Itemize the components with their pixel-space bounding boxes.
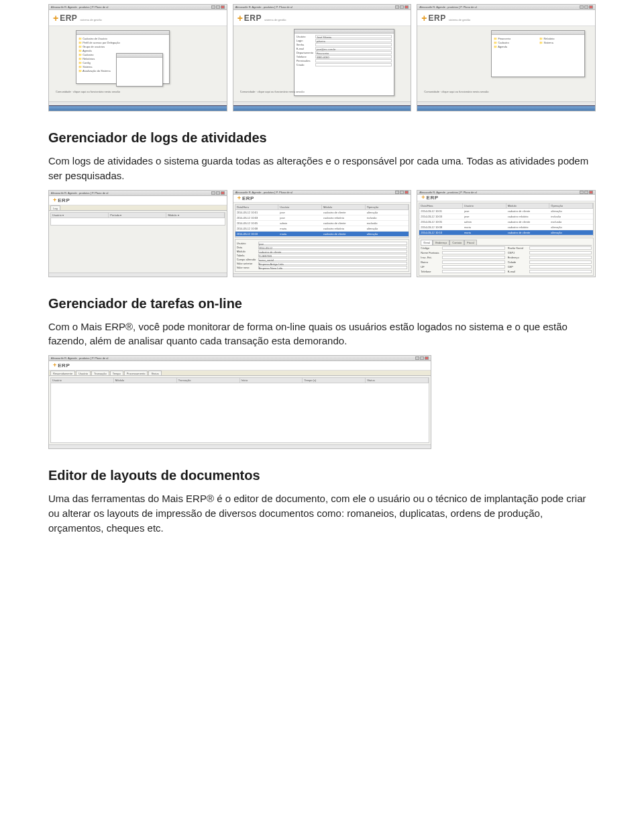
table-row[interactable]: 2014-03-12 10:08mariacadastro relatórioa… [419,225,593,230]
tab[interactable]: Resumidamente [50,371,75,375]
table-row[interactable]: 2014-03-12 10:05admincadastro de cliente… [235,221,409,226]
form-input[interactable] [529,270,592,273]
maximize-button[interactable] [400,5,404,9]
form-input[interactable]: jsilveira [315,39,392,42]
col-header[interactable]: Operação [366,205,409,209]
tab[interactable]: Fiscal [464,240,476,245]
form-input[interactable] [442,265,504,269]
close-button[interactable] [221,5,225,9]
form-input[interactable] [442,260,504,264]
logo-plus-icon: + [53,197,56,203]
close-button[interactable] [221,191,225,195]
filter-cell[interactable]: Usuário ▾ [51,213,109,217]
form-input[interactable]: jose@ex.com.br [315,47,392,50]
log-detail-panel: Usuáriojose Data2014-03-12 Módulocadastr… [235,239,410,272]
log-table: Data/Hora Usuário Módulo Operação 2014-0… [419,203,594,236]
maximize-button[interactable] [216,191,220,195]
close-button[interactable] [405,191,409,194]
col-header[interactable]: Transação [177,378,240,383]
table-row[interactable]: 2014-03-12 10:03josecadastro relatórioin… [419,214,593,220]
col-header[interactable]: Módulo [114,378,177,383]
form-label: Data [237,246,257,249]
window-buttons [211,5,225,9]
form-input[interactable]: 3300-6060 [315,55,392,58]
col-header[interactable]: Operação [549,203,593,208]
form-label: Cidade [508,260,528,264]
form-input[interactable] [529,256,592,259]
table-row-selected[interactable]: 2014-03-12 10:10mariacadastro de cliente… [235,232,409,237]
close-button[interactable] [425,356,429,360]
form-input[interactable]: Financeiro [315,51,392,54]
tab[interactable]: Log [50,205,60,210]
permissions-tree[interactable]: Financeiro Cadastro Agenda Relatório Sis… [492,35,584,51]
minimize-button[interactable] [580,191,584,194]
minimize-button[interactable] [211,191,215,195]
maximize-button[interactable] [584,191,588,194]
maximize-button[interactable] [420,356,424,360]
form-input[interactable] [529,246,592,250]
minimize-button[interactable] [415,356,419,360]
tab[interactable]: Geral [421,240,433,245]
close-button[interactable] [589,5,593,9]
screenshot-3: Almoxarife R. Agende , produtos [ P. Pla… [48,355,431,449]
form-input[interactable] [315,59,392,62]
screenshot-row-3: Almoxarife R. Agende , produtos [ P. Pla… [48,355,596,449]
form-input[interactable] [529,265,592,269]
maximize-button[interactable] [584,5,588,9]
filter-cell[interactable]: Módulo ▾ [166,213,224,217]
close-button[interactable] [589,191,593,194]
form-input[interactable] [442,270,504,273]
form-input[interactable] [442,251,504,254]
tree-node[interactable]: Sistema [539,41,582,45]
form-input[interactable] [442,256,504,259]
col-header[interactable]: Data/Hora [235,205,279,209]
table-row[interactable]: 2014-03-12 10:01josecadastro de clientea… [235,210,409,215]
tab[interactable]: Endereço [433,240,449,245]
tab[interactable]: Usuário [76,371,91,375]
logo-plus-icon: + [421,13,427,23]
minimize-button[interactable] [395,191,399,194]
minimize-button[interactable] [395,5,399,9]
form-input[interactable]: José Silveira [315,35,392,38]
maximize-button[interactable] [216,5,220,9]
tree-node[interactable]: Agenda [494,45,537,49]
col-header[interactable]: Módulo [322,205,366,209]
logo-erp-text: ERP [429,13,446,23]
minimize-button[interactable] [211,5,215,9]
table-row[interactable]: 2014-03-12 10:05admincadastro de cliente… [419,220,593,225]
col-header[interactable]: Módulo [506,203,550,208]
col-header[interactable]: Status [366,378,429,383]
form-input[interactable] [442,246,504,250]
table-row[interactable]: 2014-03-12 10:03josecadastro relatórioin… [235,215,409,221]
filter-cell[interactable]: Período ▾ [109,213,166,217]
close-button[interactable] [405,5,409,9]
form-value: CLIENTES [258,254,408,257]
maximize-button[interactable] [400,191,404,194]
form-input[interactable] [315,63,392,66]
col-header[interactable]: Tempo (s) [303,378,366,383]
tab[interactable]: Transação [91,371,109,375]
screenshot-row-2: Almoxarife R. Agende , produtos [ P. Pla… [48,190,596,277]
tab[interactable]: Processamento [124,371,148,375]
screenshot-1a: Almoxarife R. Agende , produtos [ P. Pla… [48,4,227,111]
table-row[interactable]: 2014-03-12 10:08mariacadastro relatórioa… [235,226,409,232]
col-header[interactable]: Início [240,378,303,383]
table-row-selected[interactable]: 2014-03-12 10:10mariacadastro de cliente… [419,230,593,236]
col-header[interactable]: Usuário [51,378,114,383]
tab[interactable]: Status [148,371,161,375]
col-header[interactable]: Data/Hora [419,203,463,208]
table-row[interactable]: 2014-03-12 10:01josecadastro de clientea… [419,209,593,214]
tab[interactable]: Tempo [110,371,123,375]
col-header[interactable]: Usuário [278,205,322,209]
record-form: Código Razão Social Nome Fantasia CNPJ I… [421,246,592,274]
app-body: Cadastro de Usuário Perfil de acesso por… [49,26,227,101]
form-input[interactable] [529,260,592,264]
minimize-button[interactable] [580,5,584,9]
tab[interactable]: Contato [449,240,464,245]
form-label: Departamento [297,51,314,54]
log-table: Data/Hora Usuário Módulo Operação 2014-0… [235,204,410,238]
form-input[interactable] [529,251,592,254]
form-input[interactable] [315,43,392,46]
col-header[interactable]: Usuário [463,203,506,208]
filter-row: Usuário ▾ Período ▾ Módulo ▾ [51,213,225,218]
